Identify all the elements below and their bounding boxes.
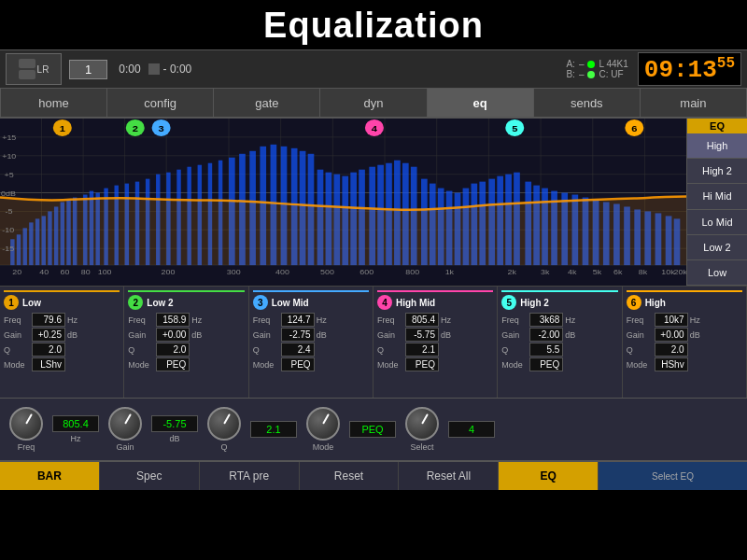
param-value: PEQ — [281, 357, 315, 371]
l-label: L 44K1 — [599, 59, 627, 69]
c-led — [587, 71, 595, 78]
mode-knob-label: Mode — [313, 442, 334, 452]
gain-knob-group: Gain — [108, 407, 142, 452]
svg-text:1k: 1k — [445, 268, 455, 276]
svg-text:5k: 5k — [593, 268, 602, 276]
svg-text:400: 400 — [275, 268, 289, 276]
param-unit: dB — [67, 330, 78, 340]
freq-knob[interactable] — [9, 407, 43, 441]
band-param-2: 2Low 2Freq158.9HzGain+0.00dBQ2.0ModePEQ — [124, 287, 248, 398]
nav-tab-gate[interactable]: gate — [214, 89, 320, 117]
stop-button[interactable] — [148, 63, 160, 75]
q-value-display: 2.1 — [250, 421, 297, 438]
param-label: Gain — [627, 330, 653, 340]
tab-bar[interactable]: BAR — [0, 462, 100, 490]
band-num-4: 4 — [377, 295, 392, 310]
svg-text:3: 3 — [159, 123, 164, 133]
svg-text:3k: 3k — [541, 268, 550, 276]
nav-tab-dyn[interactable]: dyn — [320, 89, 427, 117]
band-name-4: High Mid — [396, 298, 435, 308]
svg-text:-5: -5 — [6, 207, 13, 216]
gain-knob[interactable] — [108, 407, 142, 441]
freq-value-display: 805.4 — [52, 415, 99, 432]
tab-rta-pre[interactable]: RTA pre — [200, 462, 300, 490]
nav-tab-sends[interactable]: sends — [534, 89, 641, 117]
q-knob-group: Q — [207, 407, 241, 452]
channel-block: LR — [6, 53, 62, 85]
eq-panel-label: EQ — [687, 119, 747, 133]
clock-time: 09:13 — [644, 55, 717, 83]
clock-seconds: 55 — [717, 55, 735, 72]
param-label: Freq — [253, 315, 279, 325]
param-label: Q — [4, 345, 30, 355]
band-num-2: 2 — [128, 295, 143, 310]
band-param-4: 4High MidFreq805.4HzGain-5.75dBQ2.1ModeP… — [374, 287, 498, 398]
param-label: Mode — [253, 360, 279, 370]
select-eq-button[interactable]: Select EQ — [599, 462, 747, 490]
eq-high-btn[interactable]: High — [687, 133, 747, 159]
mode-knob[interactable] — [306, 407, 340, 441]
a-label: A: — [566, 59, 574, 69]
param-value: PEQ — [405, 357, 439, 371]
band-num-3: 3 — [253, 295, 268, 310]
svg-text:-10: -10 — [2, 226, 14, 234]
param-value: 79.6 — [32, 313, 65, 327]
tab-spec[interactable]: Spec — [100, 462, 200, 490]
eq-right-panel: EQ High High 2 Hi Mid Lo Mid Low 2 Low — [686, 119, 747, 286]
clock-display: 09:1355 — [638, 52, 741, 87]
tab-reset-all[interactable]: Reset All — [399, 462, 499, 490]
nav-tab-main[interactable]: main — [641, 89, 747, 117]
eq-svg: 1 2 3 4 5 6 +15 +10 +5 0dB -5 -10 -15 — [0, 119, 686, 286]
param-label: Mode — [377, 360, 403, 370]
status-bar: LR 1 0:00 - 0:00 A: – L 44K1 B: – C: UF … — [0, 49, 747, 89]
svg-text:+5: +5 — [4, 170, 13, 178]
q-knob[interactable] — [207, 407, 241, 441]
param-label: Gain — [377, 330, 403, 340]
freq-knob-label: Freq — [18, 442, 35, 452]
page-title: Equalization — [0, 6, 747, 46]
nav-tab-eq[interactable]: eq — [428, 89, 534, 117]
param-value: 10k7 — [655, 313, 688, 327]
band-name-3: Low Mid — [272, 298, 309, 308]
param-unit: dB — [441, 330, 451, 340]
param-unit: dB — [690, 330, 700, 340]
select-knob[interactable] — [405, 407, 439, 441]
svg-text:5: 5 — [512, 123, 517, 133]
param-label: Freq — [501, 315, 528, 325]
band-param-1: 1LowFreq79.6HzGain+0.25dBQ2.0ModeLShv — [0, 287, 124, 398]
eq-high2-btn[interactable]: High 2 — [687, 159, 747, 184]
param-value: +0.00 — [655, 328, 688, 342]
band-name-2: Low 2 — [147, 298, 173, 308]
band-param-6: 6HighFreq10k7HzGain+0.00dBQ2.0ModeHShv — [623, 287, 747, 398]
svg-text:6: 6 — [631, 123, 637, 133]
eq-himid-btn[interactable]: Hi Mid — [687, 184, 747, 209]
svg-text:0dB: 0dB — [1, 189, 16, 197]
tab-eq[interactable]: EQ — [499, 462, 599, 490]
svg-text:200: 200 — [162, 268, 176, 276]
freq-knob-group: Freq — [9, 407, 43, 452]
svg-text:800: 800 — [405, 268, 419, 276]
eq-low2-btn[interactable]: Low 2 — [687, 235, 747, 260]
svg-text:8k: 8k — [639, 268, 648, 276]
l-led — [587, 61, 595, 68]
param-label: Mode — [627, 360, 653, 370]
timecode2: - 0:00 — [163, 63, 192, 76]
svg-text:60: 60 — [61, 268, 70, 276]
param-value: -5.75 — [405, 328, 439, 342]
band-name-6: High — [645, 298, 666, 308]
eq-lomid-btn[interactable]: Lo Mid — [687, 210, 747, 235]
nav-tab-config[interactable]: config — [107, 89, 214, 117]
param-label: Gain — [501, 330, 528, 340]
timecode: 0:00 — [119, 63, 140, 76]
band-num-6: 6 — [627, 295, 641, 310]
param-label: Q — [627, 345, 653, 355]
param-unit: dB — [191, 330, 202, 340]
param-value: PEQ — [529, 357, 563, 371]
svg-text:20k: 20k — [674, 268, 686, 276]
svg-text:2k: 2k — [507, 268, 516, 276]
tab-reset[interactable]: Reset — [300, 462, 400, 490]
title-bar: Equalization — [0, 0, 747, 49]
nav-tab-home[interactable]: home — [0, 89, 107, 117]
svg-text:1: 1 — [60, 123, 65, 133]
eq-low-btn[interactable]: Low — [687, 260, 747, 286]
